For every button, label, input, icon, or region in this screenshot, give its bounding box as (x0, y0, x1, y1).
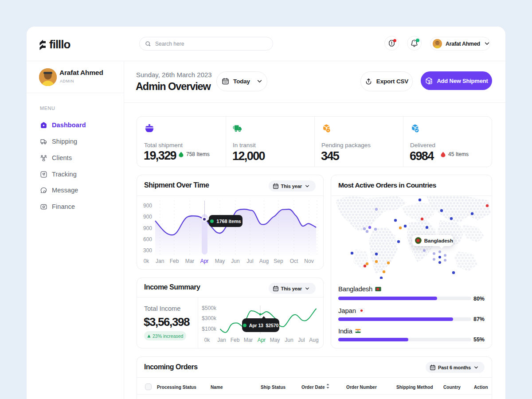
svg-text:Jul: Jul (246, 258, 253, 264)
svg-text:Nov: Nov (304, 258, 313, 264)
svg-text:900: 900 (143, 225, 152, 231)
svg-text:Jul: Jul (298, 337, 305, 343)
svg-text:May: May (215, 258, 225, 264)
svg-text:Jun: Jun (285, 337, 293, 343)
svg-text:May: May (270, 337, 280, 343)
svg-text:Mar: Mar (244, 337, 253, 343)
svg-text:600: 600 (143, 236, 152, 243)
svg-text:0k: 0k (144, 258, 150, 264)
svg-text:Apr: Apr (200, 258, 209, 264)
svg-text:Oct: Oct (290, 258, 298, 264)
svg-text:$500k: $500k (202, 305, 217, 311)
svg-text:Jan: Jan (217, 337, 226, 343)
svg-text:Mar: Mar (185, 258, 195, 264)
svg-text:$300k: $300k (202, 315, 217, 321)
svg-text:Aug: Aug (309, 337, 318, 343)
svg-text:Jun: Jun (231, 258, 239, 264)
svg-text:300: 300 (143, 247, 152, 254)
svg-text:Feb: Feb (170, 258, 179, 264)
svg-text:900: 900 (143, 214, 152, 220)
svg-text:Apr: Apr (258, 337, 266, 343)
svg-text:$100k: $100k (202, 326, 217, 332)
svg-text:Sep: Sep (274, 258, 283, 264)
svg-text:Aug: Aug (259, 258, 269, 264)
svg-text:0k: 0k (204, 337, 211, 343)
svg-text:Jan: Jan (156, 258, 164, 264)
svg-text:Feb: Feb (231, 337, 240, 343)
svg-text:900: 900 (143, 203, 152, 209)
